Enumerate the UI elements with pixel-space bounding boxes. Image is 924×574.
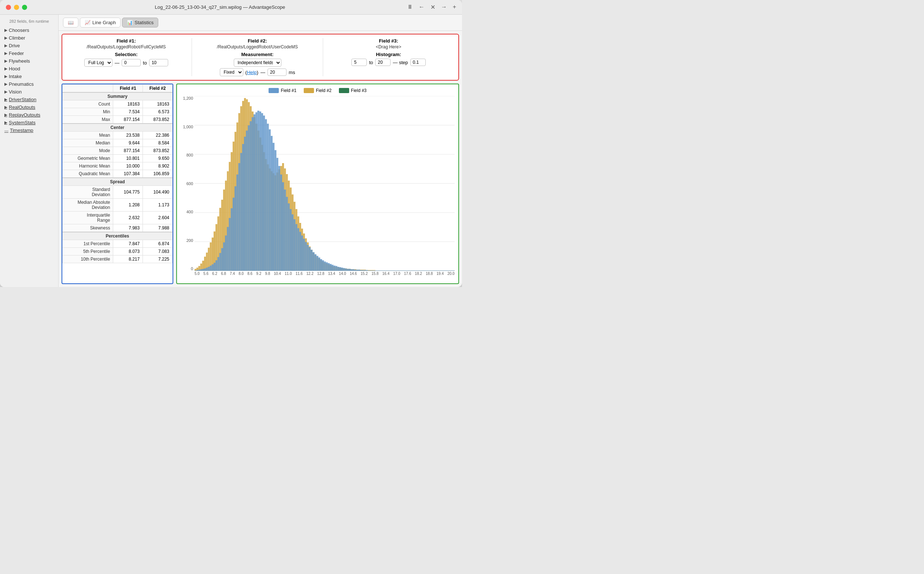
svg-rect-155 [292, 214, 293, 271]
sidebar-item-hood[interactable]: ▶ Hood [0, 65, 58, 73]
svg-rect-146 [274, 150, 276, 271]
selection-dash: — [115, 60, 120, 66]
sidebar-item-flywheels[interactable]: ▶ Flywheels [0, 57, 58, 65]
minimize-button[interactable] [14, 5, 19, 10]
table-row: Min7.5346.573 [63, 108, 173, 116]
sidebar-item-realoutputs[interactable]: ▶ RealOutputs [0, 103, 58, 111]
selection-to-input[interactable] [149, 59, 168, 66]
svg-rect-148 [279, 166, 280, 271]
svg-rect-177 [334, 266, 335, 271]
x-label-140: 14.0 [339, 271, 346, 276]
svg-rect-154 [290, 209, 292, 271]
sidebar-item-feeder[interactable]: ▶ Feeder [0, 49, 58, 57]
sidebar-item-intake[interactable]: ▶ Intake [0, 73, 58, 80]
svg-rect-153 [288, 203, 290, 271]
histogram-step-input[interactable] [410, 58, 426, 66]
legend-field1: Field #1 [269, 88, 296, 93]
chart-wrap: Field #1 Field #2 Field #3 [176, 84, 459, 284]
dash2: — [260, 69, 265, 75]
col-header-f1: Field #1 [113, 85, 143, 93]
y-label-200: 200 [186, 238, 193, 243]
table-row: InterquartileRange2.6322.604 [63, 211, 173, 224]
histogram-from-input[interactable] [351, 58, 367, 66]
svg-rect-151 [284, 189, 286, 271]
svg-rect-179 [337, 267, 339, 271]
svg-rect-140 [263, 115, 265, 271]
svg-rect-183 [345, 268, 346, 271]
add-icon[interactable]: + [453, 4, 456, 11]
table-row: Harmonic Mean10.0008.902 [63, 162, 173, 170]
svg-rect-124 [233, 197, 235, 271]
table-row: Skewness7.9837.988 [63, 224, 173, 232]
svg-rect-173 [326, 262, 327, 271]
tab-statistics[interactable]: 📊 Statistics [122, 17, 158, 27]
svg-rect-166 [313, 252, 314, 271]
y-label-600: 600 [186, 181, 193, 186]
data-section: Field #1 Field #2 Summary Count181631816… [61, 84, 459, 284]
legend-swatch-field3 [339, 88, 349, 93]
histogram-label: Histogram: [329, 52, 448, 57]
svg-rect-167 [314, 254, 316, 271]
pause-icon[interactable]: ⏸ [407, 4, 413, 11]
maximize-button[interactable] [22, 5, 27, 10]
sidebar-item-choosers[interactable]: ▶ Choosers [0, 27, 58, 34]
svg-rect-115 [216, 260, 217, 271]
close-icon[interactable]: ✕ [430, 4, 435, 11]
measurement-mode-select[interactable]: Independent fields [234, 58, 282, 67]
x-label-74: 7.4 [230, 271, 235, 276]
field1-section: Field #1: /RealOutputs/LoggedRobot/FullC… [67, 38, 192, 76]
sidebar-item-drive[interactable]: ▶ Drive [0, 42, 58, 49]
sidebar-item-systemstats[interactable]: ▶ SystemStats [0, 119, 58, 126]
sidebar-item-timestamp[interactable]: — Timestamp [0, 126, 58, 134]
table-row: Geometric Mean10.8019.650 [63, 155, 173, 162]
table-row: Count1816318163 [63, 101, 173, 108]
x-label-176: 17.6 [404, 271, 411, 276]
tab-line-graph[interactable]: 📈 Line Graph [80, 17, 121, 27]
legend-label-field1: Field #1 [281, 88, 296, 93]
sidebar-item-pneumatics[interactable]: ▶ Pneumatics [0, 80, 58, 88]
x-label-116: 11.6 [296, 271, 303, 276]
histogram-to-input[interactable] [375, 58, 390, 66]
chart-legend: Field #1 Field #2 Field #3 [181, 88, 455, 93]
help-link[interactable]: Help [247, 69, 257, 75]
svg-rect-139 [261, 113, 263, 271]
sidebar-item-replayoutputs[interactable]: ▶ ReplayOutputs [0, 111, 58, 119]
x-label-68: 6.8 [221, 271, 226, 276]
hist-step-dash: — step [393, 60, 408, 65]
table-row: Mode877.154873.852 [63, 147, 173, 155]
stats-table-wrap: Field #1 Field #2 Summary Count181631816… [61, 84, 173, 284]
chart-inner: 5.0 5.6 6.2 6.8 7.4 8.0 8.6 9.2 9.8 10 [195, 96, 455, 280]
measurement-fixed-select[interactable]: Fixed [220, 68, 243, 76]
legend-label-field2: Field #2 [316, 88, 332, 93]
svg-rect-143 [269, 129, 271, 271]
selection-mode-select[interactable]: Full Log [84, 58, 112, 67]
tab-book[interactable]: 📖 [63, 17, 79, 27]
svg-rect-180 [339, 267, 341, 271]
forward-icon[interactable]: → [441, 4, 447, 11]
svg-rect-110 [206, 268, 208, 271]
field3-section: Field #3: <Drag Here> Histogram: to — st… [323, 38, 454, 76]
measurement-value-input[interactable] [268, 69, 286, 76]
sidebar-item-climber[interactable]: ▶ Climber [0, 34, 58, 42]
sidebar-item-driverstation[interactable]: ▶ DriverStation [0, 96, 58, 103]
x-label-188: 18.8 [426, 271, 433, 276]
svg-rect-141 [265, 119, 267, 271]
x-label-110: 11.0 [285, 271, 292, 276]
svg-rect-116 [217, 257, 219, 271]
field3-value: <Drag Here> [329, 44, 448, 49]
field2-section: Field #2: /RealOutputs/LoggedRobot/UserC… [192, 38, 323, 76]
back-icon[interactable]: ← [419, 4, 425, 11]
x-label-50: 5.0 [195, 271, 200, 276]
svg-rect-118 [221, 248, 223, 271]
x-label-128: 12.8 [317, 271, 324, 276]
selection-from-input[interactable] [122, 59, 141, 66]
svg-rect-182 [343, 268, 345, 271]
svg-rect-178 [335, 266, 337, 271]
sidebar-item-vision[interactable]: ▶ Vision [0, 88, 58, 96]
y-label-1200: 1,200 [183, 96, 193, 101]
svg-rect-113 [212, 264, 214, 271]
svg-rect-149 [280, 175, 282, 271]
close-button[interactable] [6, 5, 11, 10]
field1-label: Field #1: [67, 38, 186, 44]
x-label-92: 9.2 [256, 271, 261, 276]
